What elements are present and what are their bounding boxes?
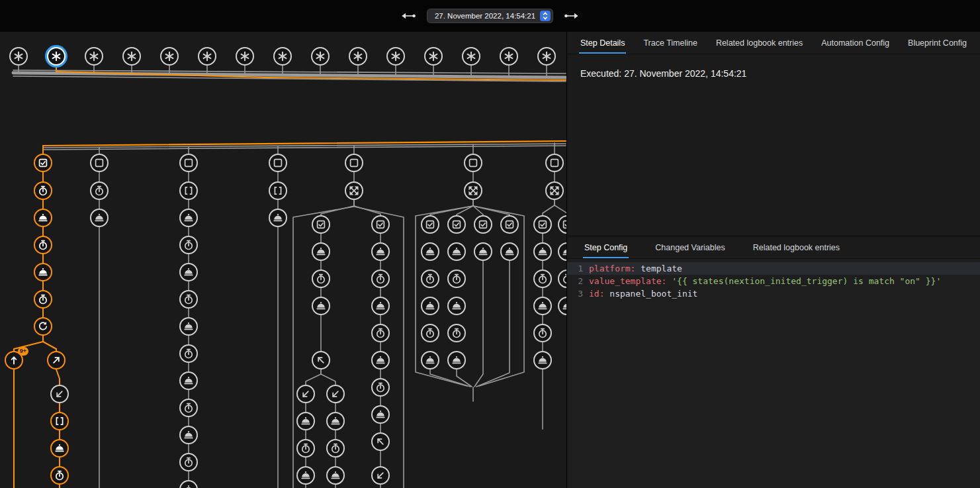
traverse-node[interactable]	[545, 181, 564, 200]
tab-step-details[interactable]: Step Details	[579, 32, 626, 54]
tab-related-logbook-entries[interactable]: Related logbook entries	[752, 236, 841, 258]
asterisk-node[interactable]	[424, 47, 443, 66]
asterisk-node[interactable]	[537, 47, 556, 66]
tab-related-logbook-entries[interactable]: Related logbook entries	[715, 32, 804, 54]
asterisk-node[interactable]	[85, 47, 103, 66]
checkbox-blank-node[interactable]	[545, 154, 564, 172]
service-node[interactable]	[474, 242, 492, 261]
arrow-down-left-node[interactable]	[326, 385, 345, 403]
asterisk-node[interactable]	[386, 47, 405, 66]
timer-node[interactable]	[326, 439, 345, 458]
asterisk-node[interactable]	[236, 47, 254, 66]
asterisk-node[interactable]	[122, 47, 141, 66]
asterisk-node[interactable]	[47, 47, 66, 66]
arrow-down-left-node[interactable]	[371, 466, 390, 485]
asterisk-node[interactable]	[462, 47, 480, 66]
service-node[interactable]	[296, 412, 315, 430]
asterisk-node[interactable]	[311, 47, 330, 66]
timer-node[interactable]	[179, 344, 198, 363]
checkbox-marked-node[interactable]	[371, 215, 390, 234]
repeat-node[interactable]	[34, 317, 52, 336]
timer-node[interactable]	[179, 453, 198, 471]
next-trace-button[interactable]	[564, 11, 580, 21]
service-node[interactable]	[371, 351, 390, 369]
arrow-up-node[interactable]: 9+	[5, 351, 23, 369]
timer-node[interactable]	[179, 290, 198, 309]
arrow-down-left-node[interactable]	[296, 385, 315, 403]
tab-automation-config[interactable]: Automation Config	[820, 32, 891, 54]
service-node[interactable]	[447, 297, 466, 315]
tab-changed-variables[interactable]: Changed Variables	[654, 236, 726, 258]
arrow-up-left-node[interactable]	[371, 432, 390, 451]
checkbox-marked-node[interactable]	[421, 215, 439, 234]
service-node[interactable]	[371, 297, 390, 315]
timer-node[interactable]	[371, 269, 390, 288]
timer-node[interactable]	[34, 181, 52, 200]
checkbox-marked-node[interactable]	[474, 215, 492, 234]
timer-node[interactable]	[447, 324, 466, 342]
service-node[interactable]	[34, 209, 52, 227]
brackets-node[interactable]	[269, 181, 287, 200]
checkbox-marked-node[interactable]	[500, 215, 519, 234]
checkbox-blank-node[interactable]	[345, 154, 363, 172]
service-node[interactable]	[269, 209, 287, 227]
arrow-up-left-node[interactable]	[312, 351, 330, 369]
timer-node[interactable]	[371, 324, 390, 342]
service-node[interactable]	[500, 242, 519, 261]
traverse-node[interactable]	[345, 181, 363, 200]
timer-node[interactable]	[90, 181, 109, 200]
timer-node[interactable]	[421, 269, 439, 288]
asterisk-node[interactable]	[349, 47, 367, 66]
asterisk-node[interactable]	[160, 47, 179, 66]
service-node[interactable]	[447, 242, 466, 261]
asterisk-node[interactable]	[198, 47, 216, 66]
checkbox-marked-node[interactable]	[34, 154, 52, 172]
checkbox-marked-node[interactable]	[312, 215, 330, 234]
previous-trace-button[interactable]	[400, 11, 416, 21]
service-node[interactable]	[326, 466, 345, 485]
service-node[interactable]	[179, 426, 198, 444]
traverse-node[interactable]	[464, 181, 482, 200]
timer-node[interactable]	[50, 466, 69, 485]
brackets-node[interactable]	[179, 181, 198, 200]
service-node[interactable]	[296, 466, 315, 485]
service-node[interactable]	[533, 351, 552, 369]
timer-node[interactable]	[312, 269, 330, 288]
service-node[interactable]	[179, 263, 198, 281]
service-node[interactable]	[326, 412, 345, 430]
asterisk-node[interactable]	[500, 47, 518, 66]
service-node[interactable]	[179, 317, 198, 336]
tab-trace-timeline[interactable]: Trace Timeline	[642, 32, 699, 54]
timer-node[interactable]	[533, 269, 552, 288]
service-node[interactable]	[533, 242, 552, 261]
service-node[interactable]	[34, 263, 52, 281]
timer-node[interactable]	[179, 399, 198, 417]
checkbox-blank-node[interactable]	[90, 154, 109, 172]
brackets-node[interactable]	[50, 412, 69, 430]
service-node[interactable]	[421, 242, 439, 261]
service-node[interactable]	[312, 242, 330, 261]
service-node[interactable]	[90, 209, 109, 227]
arrow-down-left-node[interactable]	[50, 385, 69, 403]
service-node[interactable]	[421, 297, 439, 315]
service-node[interactable]	[371, 242, 390, 261]
asterisk-node[interactable]	[9, 47, 28, 66]
timer-node[interactable]	[371, 378, 390, 397]
asterisk-node[interactable]	[273, 47, 292, 66]
checkbox-marked-node[interactable]	[447, 215, 466, 234]
service-node[interactable]	[371, 405, 390, 424]
timer-node[interactable]	[34, 236, 52, 254]
arrow-up-right-node[interactable]	[47, 351, 66, 369]
timer-node[interactable]	[533, 324, 552, 342]
service-node[interactable]	[179, 209, 198, 227]
trace-selector[interactable]: 27. November 2022, 14:54:21	[427, 9, 553, 23]
tab-blueprint-config[interactable]: Blueprint Config	[907, 32, 968, 54]
timer-node[interactable]	[179, 236, 198, 254]
service-node[interactable]	[50, 439, 69, 458]
service-node[interactable]	[312, 297, 330, 315]
checkbox-blank-node[interactable]	[269, 154, 287, 172]
checkbox-blank-node[interactable]	[179, 154, 198, 172]
timer-node[interactable]	[447, 269, 466, 288]
timer-node[interactable]	[421, 324, 439, 342]
tab-step-config[interactable]: Step Config	[583, 236, 629, 258]
